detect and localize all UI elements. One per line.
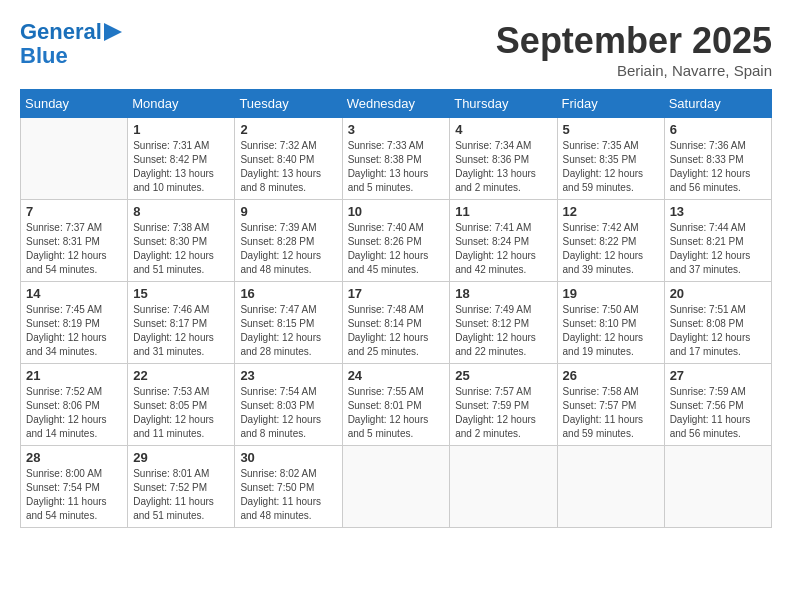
day-number: 9: [240, 204, 336, 219]
day-number: 29: [133, 450, 229, 465]
sunrise-text: Sunrise: 7:34 AM: [455, 140, 531, 151]
calendar-cell: 21 Sunrise: 7:52 AM Sunset: 8:06 PM Dayl…: [21, 364, 128, 446]
calendar-cell: 18 Sunrise: 7:49 AM Sunset: 8:12 PM Dayl…: [450, 282, 557, 364]
sunrise-text: Sunrise: 7:49 AM: [455, 304, 531, 315]
daylight-text: Daylight: 12 hours and 59 minutes.: [563, 168, 644, 193]
daylight-text: Daylight: 11 hours and 48 minutes.: [240, 496, 321, 521]
day-info: Sunrise: 7:38 AM Sunset: 8:30 PM Dayligh…: [133, 221, 229, 277]
sunset-text: Sunset: 8:28 PM: [240, 236, 314, 247]
calendar-cell: 27 Sunrise: 7:59 AM Sunset: 7:56 PM Dayl…: [664, 364, 771, 446]
calendar-cell: 29 Sunrise: 8:01 AM Sunset: 7:52 PM Dayl…: [128, 446, 235, 528]
page-header: General Blue September 2025 Beriain, Nav…: [20, 20, 772, 79]
day-info: Sunrise: 7:49 AM Sunset: 8:12 PM Dayligh…: [455, 303, 551, 359]
day-info: Sunrise: 7:51 AM Sunset: 8:08 PM Dayligh…: [670, 303, 766, 359]
sunset-text: Sunset: 8:03 PM: [240, 400, 314, 411]
daylight-text: Daylight: 13 hours and 8 minutes.: [240, 168, 321, 193]
calendar-cell: 4 Sunrise: 7:34 AM Sunset: 8:36 PM Dayli…: [450, 118, 557, 200]
calendar-cell: 14 Sunrise: 7:45 AM Sunset: 8:19 PM Dayl…: [21, 282, 128, 364]
day-number: 22: [133, 368, 229, 383]
day-info: Sunrise: 7:35 AM Sunset: 8:35 PM Dayligh…: [563, 139, 659, 195]
weekday-header-wednesday: Wednesday: [342, 90, 450, 118]
calendar-cell: 1 Sunrise: 7:31 AM Sunset: 8:42 PM Dayli…: [128, 118, 235, 200]
day-info: Sunrise: 7:37 AM Sunset: 8:31 PM Dayligh…: [26, 221, 122, 277]
calendar-cell: 23 Sunrise: 7:54 AM Sunset: 8:03 PM Dayl…: [235, 364, 342, 446]
sunrise-text: Sunrise: 7:40 AM: [348, 222, 424, 233]
day-info: Sunrise: 7:55 AM Sunset: 8:01 PM Dayligh…: [348, 385, 445, 441]
sunset-text: Sunset: 8:33 PM: [670, 154, 744, 165]
day-number: 7: [26, 204, 122, 219]
daylight-text: Daylight: 12 hours and 11 minutes.: [133, 414, 214, 439]
daylight-text: Daylight: 12 hours and 37 minutes.: [670, 250, 751, 275]
sunrise-text: Sunrise: 7:45 AM: [26, 304, 102, 315]
sunset-text: Sunset: 7:54 PM: [26, 482, 100, 493]
day-number: 26: [563, 368, 659, 383]
daylight-text: Daylight: 12 hours and 25 minutes.: [348, 332, 429, 357]
day-info: Sunrise: 7:44 AM Sunset: 8:21 PM Dayligh…: [670, 221, 766, 277]
calendar-cell: 3 Sunrise: 7:33 AM Sunset: 8:38 PM Dayli…: [342, 118, 450, 200]
sunset-text: Sunset: 8:15 PM: [240, 318, 314, 329]
day-number: 20: [670, 286, 766, 301]
sunset-text: Sunset: 8:21 PM: [670, 236, 744, 247]
calendar-cell: 10 Sunrise: 7:40 AM Sunset: 8:26 PM Dayl…: [342, 200, 450, 282]
sunrise-text: Sunrise: 7:33 AM: [348, 140, 424, 151]
sunrise-text: Sunrise: 7:42 AM: [563, 222, 639, 233]
day-number: 23: [240, 368, 336, 383]
daylight-text: Daylight: 12 hours and 14 minutes.: [26, 414, 107, 439]
daylight-text: Daylight: 12 hours and 56 minutes.: [670, 168, 751, 193]
day-number: 17: [348, 286, 445, 301]
day-number: 18: [455, 286, 551, 301]
daylight-text: Daylight: 12 hours and 45 minutes.: [348, 250, 429, 275]
day-number: 1: [133, 122, 229, 137]
daylight-text: Daylight: 12 hours and 42 minutes.: [455, 250, 536, 275]
sunset-text: Sunset: 7:56 PM: [670, 400, 744, 411]
weekday-header-saturday: Saturday: [664, 90, 771, 118]
sunset-text: Sunset: 8:40 PM: [240, 154, 314, 165]
sunset-text: Sunset: 8:10 PM: [563, 318, 637, 329]
calendar-cell: 19 Sunrise: 7:50 AM Sunset: 8:10 PM Dayl…: [557, 282, 664, 364]
calendar-cell: [450, 446, 557, 528]
day-info: Sunrise: 7:53 AM Sunset: 8:05 PM Dayligh…: [133, 385, 229, 441]
day-info: Sunrise: 7:41 AM Sunset: 8:24 PM Dayligh…: [455, 221, 551, 277]
day-info: Sunrise: 7:34 AM Sunset: 8:36 PM Dayligh…: [455, 139, 551, 195]
day-number: 8: [133, 204, 229, 219]
calendar-cell: [664, 446, 771, 528]
sunrise-text: Sunrise: 8:00 AM: [26, 468, 102, 479]
daylight-text: Daylight: 12 hours and 28 minutes.: [240, 332, 321, 357]
daylight-text: Daylight: 12 hours and 22 minutes.: [455, 332, 536, 357]
sunset-text: Sunset: 8:05 PM: [133, 400, 207, 411]
sunset-text: Sunset: 8:38 PM: [348, 154, 422, 165]
title-area: September 2025 Beriain, Navarre, Spain: [496, 20, 772, 79]
sunrise-text: Sunrise: 8:02 AM: [240, 468, 316, 479]
calendar-cell: 30 Sunrise: 8:02 AM Sunset: 7:50 PM Dayl…: [235, 446, 342, 528]
daylight-text: Daylight: 12 hours and 51 minutes.: [133, 250, 214, 275]
sunrise-text: Sunrise: 7:46 AM: [133, 304, 209, 315]
daylight-text: Daylight: 13 hours and 5 minutes.: [348, 168, 429, 193]
location-subtitle: Beriain, Navarre, Spain: [496, 62, 772, 79]
sunrise-text: Sunrise: 7:58 AM: [563, 386, 639, 397]
calendar-cell: 8 Sunrise: 7:38 AM Sunset: 8:30 PM Dayli…: [128, 200, 235, 282]
sunrise-text: Sunrise: 8:01 AM: [133, 468, 209, 479]
day-info: Sunrise: 7:48 AM Sunset: 8:14 PM Dayligh…: [348, 303, 445, 359]
sunrise-text: Sunrise: 7:59 AM: [670, 386, 746, 397]
day-number: 24: [348, 368, 445, 383]
day-number: 4: [455, 122, 551, 137]
weekday-header-friday: Friday: [557, 90, 664, 118]
daylight-text: Daylight: 12 hours and 54 minutes.: [26, 250, 107, 275]
calendar-week-row: 28 Sunrise: 8:00 AM Sunset: 7:54 PM Dayl…: [21, 446, 772, 528]
day-info: Sunrise: 7:33 AM Sunset: 8:38 PM Dayligh…: [348, 139, 445, 195]
day-number: 6: [670, 122, 766, 137]
day-info: Sunrise: 8:01 AM Sunset: 7:52 PM Dayligh…: [133, 467, 229, 523]
daylight-text: Daylight: 11 hours and 59 minutes.: [563, 414, 644, 439]
calendar-cell: 6 Sunrise: 7:36 AM Sunset: 8:33 PM Dayli…: [664, 118, 771, 200]
weekday-header-row: SundayMondayTuesdayWednesdayThursdayFrid…: [21, 90, 772, 118]
sunrise-text: Sunrise: 7:39 AM: [240, 222, 316, 233]
day-info: Sunrise: 7:46 AM Sunset: 8:17 PM Dayligh…: [133, 303, 229, 359]
sunrise-text: Sunrise: 7:47 AM: [240, 304, 316, 315]
sunrise-text: Sunrise: 7:36 AM: [670, 140, 746, 151]
day-number: 12: [563, 204, 659, 219]
sunset-text: Sunset: 8:30 PM: [133, 236, 207, 247]
day-info: Sunrise: 7:36 AM Sunset: 8:33 PM Dayligh…: [670, 139, 766, 195]
logo-general: General: [20, 19, 102, 44]
day-number: 28: [26, 450, 122, 465]
sunrise-text: Sunrise: 7:44 AM: [670, 222, 746, 233]
